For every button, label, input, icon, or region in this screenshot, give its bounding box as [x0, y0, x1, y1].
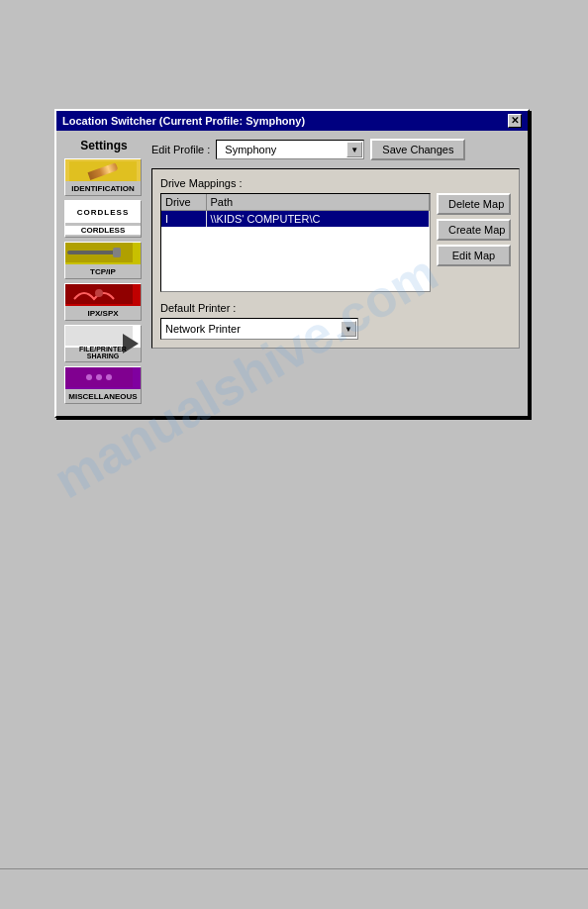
default-printer-section: Default Printer : Network Printer ▼: [160, 302, 511, 340]
main-panel: Edit Profile : Symphony ▼ Save Changes D…: [151, 139, 520, 408]
title-bar: Location Switcher (Current Profile: Symp…: [56, 111, 528, 131]
sidebar-item-identification[interactable]: IDENTIFICATION: [64, 158, 142, 196]
map-buttons: Delete Map Create Map Edit Map: [437, 193, 511, 292]
sidebar-item-ipxspx[interactable]: IPX/SPX: [64, 283, 142, 321]
ipxspx-label: IPX/SPX: [65, 309, 141, 318]
ipxspx-icon: [65, 284, 133, 304]
path-column-header: Path: [206, 194, 430, 211]
identification-color-bar: [65, 159, 141, 181]
fileprinter-label: FILE/PRINTER SHARING: [65, 346, 141, 359]
miscellaneous-color-bar: [65, 367, 141, 389]
drive-table-header-row: Drive Path: [161, 194, 430, 211]
misc-dot-1: [86, 374, 92, 380]
delete-map-button[interactable]: Delete Map: [437, 193, 511, 215]
drive-mappings-label: Drive Mappings :: [160, 177, 511, 189]
settings-panel: Settings IDENTIFICATION CORDLESS CORDLES…: [64, 139, 144, 408]
tcpip-label: TCP/IP: [65, 267, 141, 276]
sidebar-item-miscellaneous[interactable]: MISCELLANEOUS: [64, 366, 142, 404]
close-button[interactable]: ✕: [508, 114, 522, 128]
profile-select[interactable]: Symphony: [216, 140, 364, 159]
misc-dot-2: [96, 374, 102, 380]
save-changes-button[interactable]: Save Changes: [370, 139, 465, 160]
sidebar-item-fileprinter[interactable]: FILE/PRINTER SHARING: [64, 325, 142, 362]
ipxspx-graphic: [69, 285, 129, 303]
content-box: Drive Mappings : Drive Path: [151, 168, 520, 349]
cable-icon: [67, 251, 117, 254]
drive-cell: I: [161, 211, 206, 228]
sidebar-item-cordless[interactable]: CORDLESS CORDLESS: [64, 200, 142, 238]
printer-select-wrapper: Network Printer ▼: [160, 318, 358, 340]
dialog-title: Location Switcher (Current Profile: Symp…: [62, 115, 305, 127]
identification-label: IDENTIFICATION: [65, 184, 141, 193]
edit-profile-label: Edit Profile :: [151, 144, 210, 155]
bottom-divider: [0, 868, 588, 869]
misc-dot-3: [106, 374, 112, 380]
edit-map-button[interactable]: Edit Map: [437, 245, 511, 266]
cordless-label: CORDLESS: [65, 226, 141, 235]
miscellaneous-label: MISCELLANEOUS: [65, 392, 141, 401]
settings-title: Settings: [64, 139, 144, 152]
profile-select-wrapper: Symphony ▼: [216, 140, 364, 159]
ipxspx-color-bar: [65, 284, 141, 306]
cordless-bg: CORDLESS: [65, 201, 141, 223]
edit-profile-row: Edit Profile : Symphony ▼ Save Changes: [151, 139, 520, 160]
path-cell: \\KIDS' COMPUTER\C: [206, 211, 430, 228]
drive-table-container: Drive Path I \\KIDS' COMPUTER\C: [160, 193, 431, 292]
fileprinter-color-bar: [65, 326, 141, 348]
drive-table-head: Drive Path: [161, 194, 430, 211]
pencil-icon: [88, 162, 119, 180]
tcpip-icon: [65, 243, 133, 262]
cordless-icon-text: CORDLESS: [77, 208, 129, 217]
drive-table-body: I \\KIDS' COMPUTER\C: [161, 211, 430, 228]
identification-icon: [69, 161, 137, 181]
create-map-button[interactable]: Create Map: [437, 219, 511, 241]
tcpip-color-bar: [65, 243, 141, 264]
drive-column-header: Drive: [161, 194, 206, 211]
dialog-body: Settings IDENTIFICATION CORDLESS CORDLES…: [56, 131, 528, 416]
default-printer-label: Default Printer :: [160, 302, 511, 314]
location-switcher-dialog: Location Switcher (Current Profile: Symp…: [54, 109, 530, 418]
drive-mappings-area: Drive Path I \\KIDS' COMPUTER\C: [160, 193, 511, 292]
cordless-color-bar: CORDLESS: [65, 201, 141, 223]
printer-select[interactable]: Network Printer: [160, 318, 358, 340]
sidebar-item-tcpip[interactable]: TCP/IP: [64, 242, 142, 279]
table-row[interactable]: I \\KIDS' COMPUTER\C: [161, 211, 430, 228]
misc-icon: [65, 367, 133, 387]
drive-table: Drive Path I \\KIDS' COMPUTER\C: [161, 194, 430, 227]
svg-point-0: [95, 289, 103, 297]
